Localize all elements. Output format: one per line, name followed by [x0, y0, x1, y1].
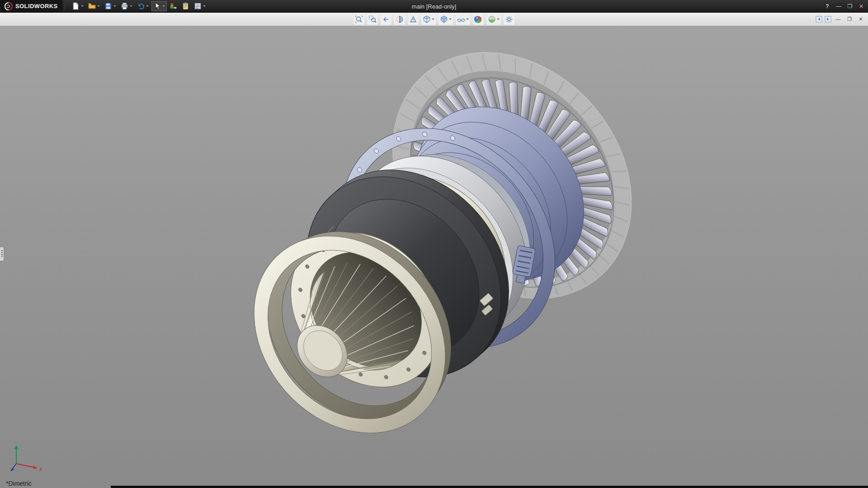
view-settings-button[interactable]: [504, 14, 514, 25]
document-window-controls: — ❐ ✕: [816, 16, 868, 23]
orientation-triad[interactable]: x: [10, 443, 51, 475]
shaded-cube-icon: [440, 15, 448, 23]
taskbar-edge-strip: [111, 486, 868, 488]
y-axis-arrow-icon: [14, 445, 19, 449]
material-icon: [170, 2, 177, 10]
file-toolbar: [70, 1, 208, 11]
edit-appearance-button[interactable]: [473, 14, 484, 25]
annotation-icon: [409, 15, 417, 23]
open-document-button[interactable]: [86, 1, 102, 11]
pane-left-icon: [816, 16, 822, 23]
annotation-visibility-button[interactable]: [408, 14, 419, 25]
document-title: main [Read-only]: [412, 3, 456, 9]
solidworks-logo: SOLIDWORKS: [0, 0, 62, 12]
window-controls: ? — ❐ ✕: [822, 2, 868, 11]
zoom-to-fit-button[interactable]: [354, 14, 364, 25]
folder-icon: [88, 2, 96, 10]
dassault-logo-icon: [5, 2, 13, 10]
glasses-icon: [457, 15, 465, 23]
view-cube-icon: [423, 15, 431, 23]
options-icon: [194, 2, 202, 10]
titlebar: SOLIDWORKS main [Read-only] ? — ❐ ✕: [0, 0, 868, 13]
z-axis-arrow-icon: [10, 468, 14, 471]
section-view-button[interactable]: [394, 14, 405, 25]
sketch-clipboard-button[interactable]: [180, 1, 191, 11]
print-document-button[interactable]: [119, 1, 134, 11]
doc-restore-button[interactable]: ❐: [845, 17, 854, 22]
graphics-viewport[interactable]: x *Dimetric: [0, 26, 868, 488]
chevron-down-icon: [466, 19, 469, 20]
engine-assembly[interactable]: [188, 26, 680, 482]
new-document-button[interactable]: [70, 1, 85, 11]
pane-back-button[interactable]: [816, 16, 822, 23]
chevron-down-icon: [81, 5, 84, 7]
chevron-down-icon: [146, 5, 149, 7]
headsup-toolbar: [354, 14, 514, 25]
minimize-button[interactable]: —: [833, 2, 844, 11]
hide-show-items-button[interactable]: [456, 14, 470, 25]
chevron-down-icon: [497, 19, 500, 20]
grip-dots-icon: [1, 250, 3, 258]
color-ball-icon: [474, 15, 482, 23]
zoom-to-area-button[interactable]: [367, 14, 378, 25]
toolbar-separator: [65, 2, 65, 10]
chevron-down-icon: [113, 5, 116, 7]
previous-view-button[interactable]: [381, 14, 392, 25]
chevron-down-icon: [203, 5, 206, 7]
maximize-button[interactable]: ❐: [844, 2, 855, 11]
view-orientation-label: *Dimetric: [6, 480, 32, 487]
help-button[interactable]: ?: [822, 2, 833, 11]
material-display-button[interactable]: [168, 1, 179, 11]
view-settings-icon: [505, 15, 513, 23]
page-icon: [72, 2, 80, 10]
z-axis: [12, 464, 16, 469]
doc-close-button[interactable]: ✕: [856, 17, 865, 22]
zoom-fit-icon: [355, 15, 363, 23]
undo-arrow-icon: [137, 2, 145, 10]
undo-button[interactable]: [135, 1, 151, 11]
solidworks-app: SOLIDWORKS main [Read-only] ? — ❐ ✕: [0, 0, 868, 488]
pane-forward-button[interactable]: [825, 16, 831, 23]
save-document-button[interactable]: [103, 1, 118, 11]
engine-model[interactable]: [0, 26, 868, 488]
x-axis: [16, 464, 33, 467]
chevron-down-icon: [162, 5, 165, 7]
zoom-area-icon: [368, 15, 377, 23]
view-orientation-button[interactable]: [421, 14, 436, 25]
featuremanager-collapse-tab[interactable]: [0, 247, 4, 261]
apply-scene-button[interactable]: [486, 14, 501, 25]
previous-view-icon: [382, 15, 390, 23]
floppy-icon: [104, 2, 112, 10]
options-button[interactable]: [192, 1, 208, 11]
printer-icon: [121, 2, 128, 10]
pane-right-icon: [825, 16, 831, 23]
chevron-down-icon: [97, 5, 100, 7]
chevron-down-icon: [449, 19, 452, 20]
brand-text: SOLIDWORKS: [15, 3, 58, 9]
doc-minimize-button[interactable]: —: [834, 17, 843, 22]
select-tool-button[interactable]: [151, 1, 167, 11]
section-view-icon: [396, 15, 404, 23]
close-button[interactable]: ✕: [856, 2, 867, 11]
x-axis-arrow-icon: [33, 466, 38, 469]
headsup-viewbar: — ❐ ✕: [0, 13, 868, 26]
cursor-icon: [153, 2, 161, 10]
clipboard-icon: [182, 2, 189, 10]
scene-ball-icon: [488, 15, 496, 23]
chevron-down-icon: [432, 19, 434, 20]
display-style-button[interactable]: [439, 14, 453, 25]
chevron-down-icon: [130, 5, 132, 7]
x-axis-label: x: [39, 466, 42, 472]
